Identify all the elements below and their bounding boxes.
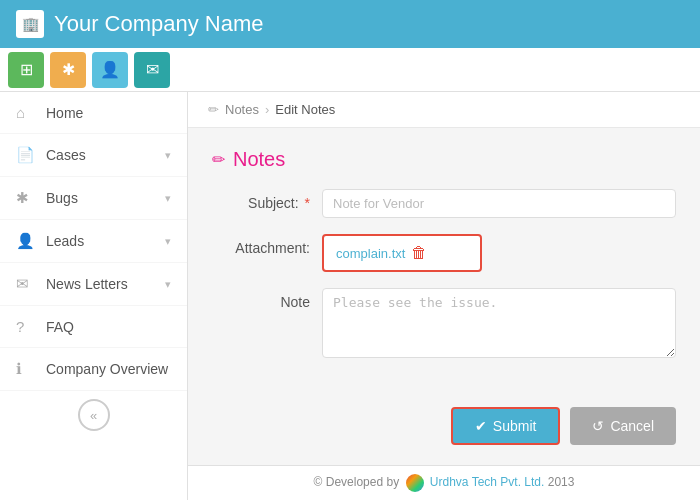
breadcrumb-edit-notes: Edit Notes	[275, 102, 335, 117]
toolbar: ⊞ ✱ 👤 ✉	[0, 48, 700, 92]
faq-icon: ?	[16, 318, 36, 335]
sidebar-item-leads[interactable]: 👤 Leads ▾	[0, 220, 187, 263]
section-pencil-icon: ✏	[212, 150, 225, 169]
section-title-text: Notes	[233, 148, 285, 171]
newsletters-icon: ✉	[16, 275, 36, 293]
bugs-arrow-icon: ▾	[165, 192, 171, 205]
subject-row: Subject: *	[212, 189, 676, 218]
sidebar: ⌂ Home 📄 Cases ▾ ✱ Bugs ▾ 👤 Leads ▾ ✉ Ne…	[0, 92, 188, 500]
company-icon: 🏢	[16, 10, 44, 38]
sidebar-item-faq[interactable]: ? FAQ	[0, 306, 187, 348]
attachment-box: complain.txt 🗑	[322, 234, 482, 272]
attachment-label: Attachment:	[212, 234, 322, 256]
newsletters-arrow-icon: ▾	[165, 278, 171, 291]
note-field-wrapper	[322, 288, 676, 361]
company-name: Your Company Name	[54, 11, 264, 37]
submit-button[interactable]: ✔ Submit	[451, 407, 561, 445]
subject-label: Subject: *	[212, 189, 322, 211]
cancel-button[interactable]: ↺ Cancel	[570, 407, 676, 445]
cases-arrow-icon: ▾	[165, 149, 171, 162]
sidebar-label-cases: Cases	[46, 147, 165, 163]
subject-input[interactable]	[322, 189, 676, 218]
footer-text: © Developed by	[314, 475, 400, 489]
bugs-icon: ✱	[16, 189, 36, 207]
leads-icon: 👤	[16, 232, 36, 250]
content-area: ✏ Notes Subject: * Attachment: complain.…	[188, 128, 700, 397]
delete-attachment-icon[interactable]: 🗑	[411, 244, 427, 262]
sidebar-label-bugs: Bugs	[46, 190, 165, 206]
submit-checkmark-icon: ✔	[475, 418, 487, 434]
toolbar-bug-button[interactable]: ✱	[50, 52, 86, 88]
breadcrumb-pencil-icon: ✏	[208, 102, 219, 117]
sidebar-label-home: Home	[46, 105, 171, 121]
leads-arrow-icon: ▾	[165, 235, 171, 248]
attachment-row: Attachment: complain.txt 🗑	[212, 234, 676, 272]
toolbar-mail-button[interactable]: ✉	[134, 52, 170, 88]
cancel-label: Cancel	[610, 418, 654, 434]
sidebar-item-cases[interactable]: 📄 Cases ▾	[0, 134, 187, 177]
footer-logo-icon	[406, 474, 424, 492]
sidebar-collapse-area: «	[0, 391, 187, 439]
section-title: ✏ Notes	[212, 148, 676, 171]
subject-field-wrapper	[322, 189, 676, 218]
note-row: Note	[212, 288, 676, 361]
cancel-refresh-icon: ↺	[592, 418, 604, 434]
submit-label: Submit	[493, 418, 537, 434]
button-row: ✔ Submit ↺ Cancel	[188, 397, 700, 465]
sidebar-label-company-overview: Company Overview	[46, 361, 171, 377]
breadcrumb: ✏ Notes › Edit Notes	[188, 92, 700, 128]
sidebar-item-company-overview[interactable]: ℹ Company Overview	[0, 348, 187, 391]
sidebar-item-newsletters[interactable]: ✉ News Letters ▾	[0, 263, 187, 306]
footer: © Developed by Urdhva Tech Pvt. Ltd. 201…	[188, 465, 700, 500]
note-label: Note	[212, 288, 322, 310]
breadcrumb-separator: ›	[265, 102, 269, 117]
note-input[interactable]	[322, 288, 676, 358]
sidebar-item-bugs[interactable]: ✱ Bugs ▾	[0, 177, 187, 220]
toolbar-user-button[interactable]: 👤	[92, 52, 128, 88]
company-overview-icon: ℹ	[16, 360, 36, 378]
attachment-field-wrapper: complain.txt 🗑	[322, 234, 676, 272]
subject-required-mark: *	[305, 195, 310, 211]
sidebar-label-faq: FAQ	[46, 319, 171, 335]
main-layout: ⌂ Home 📄 Cases ▾ ✱ Bugs ▾ 👤 Leads ▾ ✉ Ne…	[0, 92, 700, 500]
collapse-button[interactable]: «	[78, 399, 110, 431]
toolbar-grid-button[interactable]: ⊞	[8, 52, 44, 88]
sidebar-item-home[interactable]: ⌂ Home	[0, 92, 187, 134]
app-header: 🏢 Your Company Name	[0, 0, 700, 48]
sidebar-label-newsletters: News Letters	[46, 276, 165, 292]
breadcrumb-notes-link[interactable]: Notes	[225, 102, 259, 117]
sidebar-label-leads: Leads	[46, 233, 165, 249]
footer-brand: Urdhva Tech Pvt. Ltd.	[430, 475, 545, 489]
home-icon: ⌂	[16, 104, 36, 121]
main-content: ✏ Notes › Edit Notes ✏ Notes Subject: *	[188, 92, 700, 500]
attachment-filename[interactable]: complain.txt	[336, 246, 405, 261]
cases-icon: 📄	[16, 146, 36, 164]
footer-year: 2013	[548, 475, 575, 489]
